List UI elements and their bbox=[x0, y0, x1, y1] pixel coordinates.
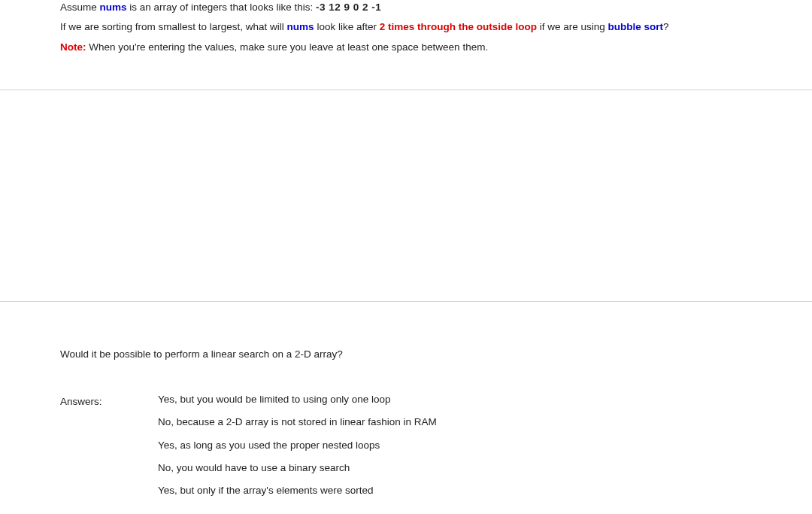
q1-l2-pre: If we are sorting from smallest to large… bbox=[60, 21, 287, 32]
q1-array-values: -3 12 9 0 2 -1 bbox=[316, 2, 381, 13]
q2-answer-option[interactable]: Yes, but you would be limited to using o… bbox=[158, 392, 437, 407]
q1-text-mid: is an array of integers that looks like … bbox=[127, 2, 316, 13]
q2-answer-option[interactable]: Yes, but only if the array's elements we… bbox=[158, 483, 437, 498]
q1-keyword-bubble-sort: bubble sort bbox=[607, 21, 663, 32]
q1-note-label: Note: bbox=[60, 41, 86, 53]
q1-note-line: Note: When you're entering the values, m… bbox=[60, 40, 752, 55]
question-2-section: Would it be possible to perform a linear… bbox=[0, 302, 812, 514]
q1-note-body: When you're entering the values, make su… bbox=[86, 41, 489, 53]
q1-l2-mid2: if we are using bbox=[537, 21, 608, 32]
q2-answer-option[interactable]: No, you would have to use a binary searc… bbox=[158, 461, 437, 476]
q1-keyword-nums-2: nums bbox=[287, 21, 314, 32]
q1-red-phrase: 2 times through the outside loop bbox=[380, 21, 537, 32]
q2-answers-row: Answers: Yes, but you would be limited t… bbox=[60, 392, 752, 506]
q1-l2-end: ? bbox=[663, 21, 669, 32]
middle-blank-section bbox=[0, 90, 812, 302]
q1-text-pre: Assume bbox=[60, 2, 100, 13]
q1-keyword-nums: nums bbox=[100, 2, 127, 13]
q2-answer-option[interactable]: Yes, as long as you used the proper nest… bbox=[158, 438, 437, 453]
q2-answer-option[interactable]: No, because a 2-D array is not stored in… bbox=[158, 415, 437, 430]
question-1-section: Assume nums is an array of integers that… bbox=[0, 0, 812, 90]
q2-question-text: Would it be possible to perform a linear… bbox=[60, 347, 752, 362]
q2-answers-list: Yes, but you would be limited to using o… bbox=[158, 392, 437, 506]
q2-answers-label: Answers: bbox=[60, 392, 158, 506]
q1-line-2: If we are sorting from smallest to large… bbox=[60, 20, 752, 35]
q1-l2-mid: look like after bbox=[314, 21, 380, 32]
q1-line-1: Assume nums is an array of integers that… bbox=[60, 0, 752, 15]
